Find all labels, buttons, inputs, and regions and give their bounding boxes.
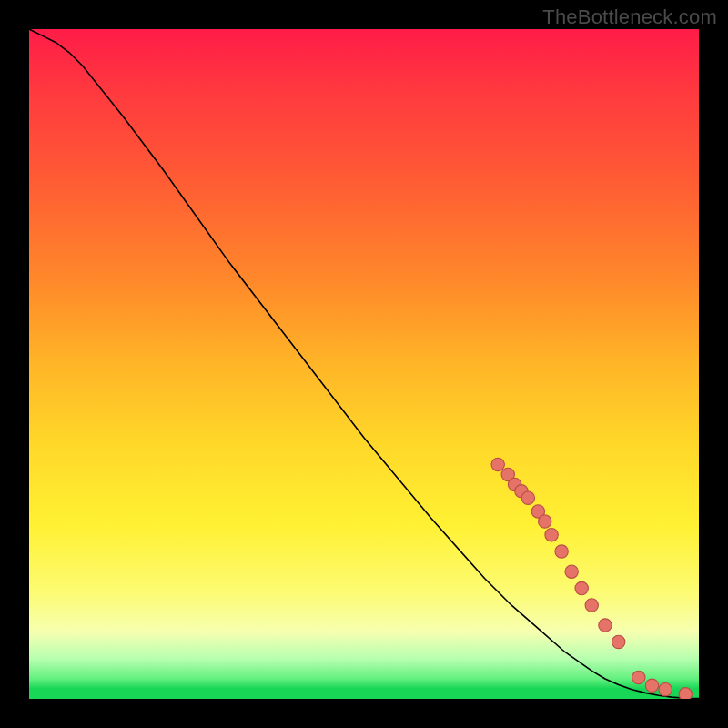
marker-dot [545, 528, 558, 541]
marker-dot [645, 679, 658, 692]
chart-svg [29, 29, 699, 699]
marker-dot [585, 599, 598, 612]
chart-frame: TheBottleneck.com [0, 0, 728, 728]
marker-dot [539, 515, 551, 528]
marker-dot [565, 565, 578, 578]
marker-dot [679, 688, 692, 699]
watermark-text: TheBottleneck.com [542, 5, 717, 29]
marker-dot [491, 458, 504, 470]
marker-dot [659, 683, 672, 696]
marker-dot [575, 581, 588, 594]
marker-dot [632, 671, 645, 683]
marker-dot [612, 635, 624, 648]
marker-dot [555, 545, 568, 558]
curve-line [29, 29, 699, 699]
marker-group [491, 458, 692, 699]
plot-area [29, 29, 699, 699]
marker-dot [521, 491, 534, 504]
marker-dot [599, 619, 612, 632]
